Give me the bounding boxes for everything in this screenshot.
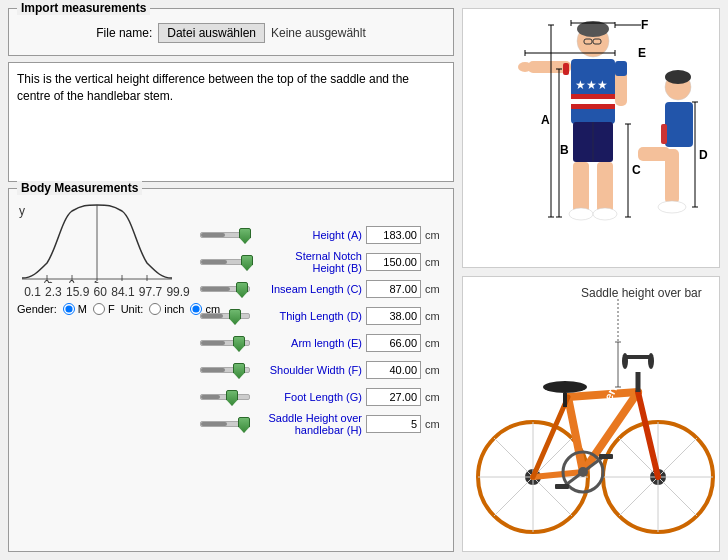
slider-track-4[interactable] [200, 340, 250, 346]
slider-thumb-6[interactable] [226, 390, 238, 406]
svg-text:F: F [641, 18, 648, 32]
measure-input-4[interactable] [366, 334, 421, 352]
svg-text:D: D [699, 148, 708, 162]
measure-row-4: Arm length (E)cm [263, 331, 445, 355]
svg-point-92 [648, 353, 654, 369]
measure-unit-3: cm [425, 310, 445, 322]
svg-rect-34 [563, 63, 569, 75]
measurements-column: Height (A)cmSternal Notch Height (B)cmIn… [263, 223, 445, 436]
svg-point-62 [658, 201, 686, 213]
svg-point-27 [518, 62, 532, 72]
slider-row-0[interactable] [200, 223, 255, 247]
measure-row-0: Height (A)cm [263, 223, 445, 247]
gender-f-radio[interactable] [93, 303, 105, 315]
svg-point-32 [569, 208, 593, 220]
choose-file-button[interactable]: Datei auswählen [158, 23, 265, 43]
slider-track-5[interactable] [200, 367, 250, 373]
slider-thumb-0[interactable] [239, 228, 251, 244]
measure-row-3: Thigh Length (D)cm [263, 304, 445, 328]
slider-row-7[interactable] [200, 412, 255, 436]
measure-label-2: Inseam Length (C) [263, 283, 362, 295]
measure-label-0: Height (A) [263, 229, 362, 241]
gender-m-radio[interactable] [63, 303, 75, 315]
measure-input-0[interactable] [366, 226, 421, 244]
svg-rect-96 [555, 484, 569, 489]
unit-label: Unit: [121, 303, 144, 315]
measure-row-1: Sternal Notch Height (B)cm [263, 250, 445, 274]
bike-box: Saddle height over bar [462, 276, 720, 552]
bell-curve-svg: y -3 -2 -1 0 1 2 3 [17, 203, 177, 283]
measure-row-7: Saddle Height over handlebar (H)cm [263, 412, 445, 436]
file-label: File name: [96, 26, 152, 40]
measure-unit-7: cm [425, 418, 445, 430]
slider-fill-5 [201, 368, 225, 372]
slider-fill-4 [201, 341, 225, 345]
gender-f-group[interactable]: F [93, 303, 115, 315]
svg-text:B: B [560, 143, 569, 157]
svg-rect-59 [661, 124, 667, 144]
slider-thumb-4[interactable] [233, 336, 245, 352]
svg-rect-30 [573, 162, 589, 212]
measure-unit-6: cm [425, 391, 445, 403]
slider-row-3[interactable] [200, 304, 255, 328]
measure-input-2[interactable] [366, 280, 421, 298]
slider-fill-0 [201, 233, 225, 237]
bell-chart: y -3 -2 -1 0 1 2 3 [17, 203, 177, 283]
svg-text:★★★: ★★★ [575, 78, 608, 92]
svg-text:1: 1 [114, 280, 130, 283]
svg-rect-21 [571, 94, 615, 99]
svg-text:E: E [638, 46, 646, 60]
slider-track-0[interactable] [200, 232, 250, 238]
svg-text:3: 3 [164, 280, 177, 283]
measure-unit-1: cm [425, 256, 445, 268]
slider-row-6[interactable] [200, 385, 255, 409]
slider-thumb-5[interactable] [233, 363, 245, 379]
percentile-159: 15.9 [66, 285, 89, 299]
slider-thumb-1[interactable] [241, 255, 253, 271]
svg-rect-31 [597, 162, 613, 212]
svg-text:C: C [632, 163, 641, 177]
slider-fill-3 [201, 314, 223, 318]
measure-input-1[interactable] [366, 253, 421, 271]
slider-row-4[interactable] [200, 331, 255, 355]
slider-track-2[interactable] [200, 286, 250, 292]
measure-input-5[interactable] [366, 361, 421, 379]
measure-row-5: Shoulder Width (F)cm [263, 358, 445, 382]
figure-box: ★★★ [462, 8, 720, 268]
svg-point-87 [543, 381, 587, 393]
measure-input-7[interactable] [366, 415, 421, 433]
measure-input-6[interactable] [366, 388, 421, 406]
measure-unit-5: cm [425, 364, 445, 376]
slider-thumb-7[interactable] [238, 417, 250, 433]
svg-rect-97 [599, 454, 613, 459]
unit-inch-group[interactable]: inch [149, 303, 184, 315]
import-section-title: Import measurements [17, 1, 150, 15]
slider-row-5[interactable] [200, 358, 255, 382]
slider-track-6[interactable] [200, 394, 250, 400]
measure-input-3[interactable] [366, 307, 421, 325]
slider-thumb-2[interactable] [236, 282, 248, 298]
slider-track-3[interactable] [200, 313, 250, 319]
gender-m-group[interactable]: M [63, 303, 87, 315]
svg-text:2: 2 [139, 280, 155, 283]
svg-rect-58 [665, 102, 693, 147]
percentile-841: 84.1 [111, 285, 134, 299]
percentile-23: 2.3 [45, 285, 62, 299]
svg-point-33 [593, 208, 617, 220]
slider-row-1[interactable] [200, 250, 255, 274]
bell-curve-area: y -3 -2 -1 0 1 2 3 [17, 203, 192, 436]
slider-track-7[interactable] [200, 421, 250, 427]
slider-thumb-3[interactable] [229, 309, 241, 325]
measure-label-6: Foot Length (G) [263, 391, 362, 403]
unit-inch-radio[interactable] [149, 303, 161, 315]
svg-text:A: A [541, 113, 550, 127]
svg-text:-2: -2 [64, 277, 82, 283]
slider-track-1[interactable] [200, 259, 250, 265]
svg-text:y: y [19, 204, 25, 218]
gender-label: Gender: [17, 303, 57, 315]
slider-fill-6 [201, 395, 220, 399]
percentile-999: 99.9 [166, 285, 189, 299]
saddle-height-label: Saddle height over bar [581, 286, 702, 300]
slider-row-2[interactable] [200, 277, 255, 301]
svg-point-57 [665, 70, 691, 84]
